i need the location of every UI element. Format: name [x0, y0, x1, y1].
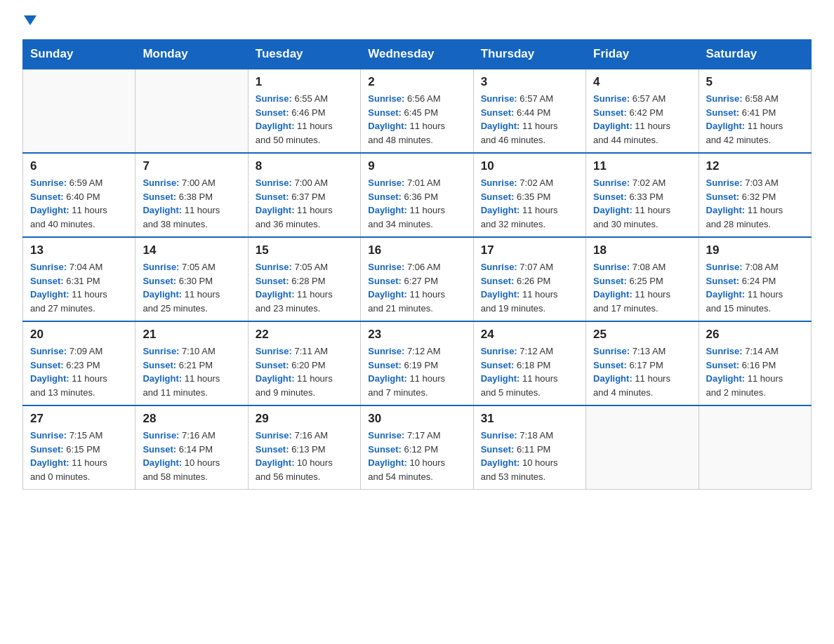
calendar-cell: 7Sunrise: 7:00 AMSunset: 6:38 PMDaylight… — [135, 153, 248, 237]
calendar-cell: 25Sunrise: 7:13 AMSunset: 6:17 PMDayligh… — [586, 321, 699, 405]
calendar-week-1: 1Sunrise: 6:55 AMSunset: 6:46 PMDaylight… — [23, 69, 812, 153]
day-number: 27 — [30, 412, 128, 426]
sunrise-label: Sunrise: — [481, 346, 517, 356]
day-info: Sunrise: 7:04 AMSunset: 6:31 PMDaylight:… — [30, 260, 128, 315]
sunset-label: Sunset: — [368, 192, 402, 202]
calendar-cell: 28Sunrise: 7:16 AMSunset: 6:14 PMDayligh… — [135, 405, 248, 490]
sunrise-label: Sunrise: — [368, 177, 404, 188]
calendar-cell: 14Sunrise: 7:05 AMSunset: 6:30 PMDayligh… — [135, 237, 248, 321]
daylight-label: Daylight: — [706, 373, 746, 384]
daylight-label: Daylight: — [30, 205, 70, 215]
day-info: Sunrise: 6:56 AMSunset: 6:45 PMDaylight:… — [368, 92, 465, 147]
calendar-week-3: 13Sunrise: 7:04 AMSunset: 6:31 PMDayligh… — [23, 237, 812, 321]
sunset-label: Sunset: — [368, 360, 402, 370]
calendar-cell: 11Sunrise: 7:02 AMSunset: 6:33 PMDayligh… — [586, 153, 699, 237]
sunset-label: Sunset: — [256, 444, 289, 455]
daylight-label: Daylight: — [256, 289, 295, 300]
sunset-label: Sunset: — [481, 360, 515, 370]
sunset-label: Sunset: — [593, 360, 627, 370]
sunrise-label: Sunrise: — [368, 346, 404, 356]
day-info: Sunrise: 7:05 AMSunset: 6:28 PMDaylight:… — [256, 260, 353, 315]
daylight-label: Daylight: — [30, 373, 70, 384]
daylight-label: Daylight: — [368, 457, 407, 468]
calendar-cell: 16Sunrise: 7:06 AMSunset: 6:27 PMDayligh… — [361, 237, 473, 321]
day-info: Sunrise: 7:02 AMSunset: 6:35 PMDaylight:… — [481, 176, 578, 231]
calendar-cell — [135, 69, 248, 153]
daylight-label: Daylight: — [256, 373, 295, 384]
sunset-label: Sunset: — [30, 276, 64, 286]
day-number: 17 — [481, 243, 578, 257]
calendar-cell: 21Sunrise: 7:10 AMSunset: 6:21 PMDayligh… — [135, 321, 248, 405]
calendar-cell: 12Sunrise: 7:03 AMSunset: 6:32 PMDayligh… — [699, 153, 811, 237]
sunset-label: Sunset: — [593, 107, 627, 118]
sunset-label: Sunset: — [30, 444, 64, 455]
daylight-label: Daylight: — [143, 457, 182, 468]
calendar-cell: 9Sunrise: 7:01 AMSunset: 6:36 PMDaylight… — [361, 153, 473, 237]
sunrise-label: Sunrise: — [256, 346, 292, 356]
calendar-cell: 29Sunrise: 7:16 AMSunset: 6:13 PMDayligh… — [248, 405, 360, 490]
sunset-label: Sunset: — [30, 360, 64, 370]
daylight-label: Daylight: — [256, 205, 295, 215]
calendar-cell: 1Sunrise: 6:55 AMSunset: 6:46 PMDaylight… — [248, 69, 360, 153]
day-info: Sunrise: 7:14 AMSunset: 6:16 PMDaylight:… — [706, 344, 804, 399]
day-number: 19 — [706, 243, 804, 257]
calendar-cell: 22Sunrise: 7:11 AMSunset: 6:20 PMDayligh… — [248, 321, 360, 405]
calendar-cell: 24Sunrise: 7:12 AMSunset: 6:18 PMDayligh… — [473, 321, 585, 405]
day-number: 30 — [368, 412, 465, 426]
day-info: Sunrise: 6:55 AMSunset: 6:46 PMDaylight:… — [256, 92, 353, 147]
calendar-week-4: 20Sunrise: 7:09 AMSunset: 6:23 PMDayligh… — [23, 321, 812, 405]
calendar-cell: 8Sunrise: 7:00 AMSunset: 6:37 PMDaylight… — [248, 153, 360, 237]
weekday-header-thursday: Thursday — [473, 40, 585, 69]
daylight-label: Daylight: — [481, 373, 520, 384]
day-number: 13 — [30, 243, 128, 257]
day-info: Sunrise: 7:16 AMSunset: 6:13 PMDaylight:… — [256, 429, 353, 483]
day-info: Sunrise: 7:18 AMSunset: 6:11 PMDaylight:… — [481, 429, 578, 483]
day-info: Sunrise: 7:10 AMSunset: 6:21 PMDaylight:… — [143, 344, 240, 399]
weekday-header-saturday: Saturday — [699, 40, 811, 69]
sunrise-label: Sunrise: — [593, 93, 630, 104]
daylight-label: Daylight: — [706, 121, 746, 131]
calendar-week-5: 27Sunrise: 7:15 AMSunset: 6:15 PMDayligh… — [23, 405, 812, 490]
sunrise-label: Sunrise: — [593, 346, 630, 356]
day-info: Sunrise: 7:11 AMSunset: 6:20 PMDaylight:… — [256, 344, 353, 399]
day-info: Sunrise: 6:57 AMSunset: 6:42 PMDaylight:… — [593, 92, 691, 147]
calendar-cell: 27Sunrise: 7:15 AMSunset: 6:15 PMDayligh… — [23, 405, 135, 490]
day-info: Sunrise: 7:02 AMSunset: 6:33 PMDaylight:… — [593, 176, 691, 231]
sunset-label: Sunset: — [706, 192, 740, 202]
daylight-label: Daylight: — [481, 289, 520, 300]
sunset-label: Sunset: — [256, 360, 289, 370]
sunrise-label: Sunrise: — [481, 177, 517, 188]
daylight-label: Daylight: — [481, 121, 520, 131]
daylight-label: Daylight: — [30, 457, 70, 468]
sunset-label: Sunset: — [30, 192, 64, 202]
day-number: 14 — [143, 243, 240, 257]
day-number: 10 — [481, 159, 578, 173]
day-number: 21 — [143, 328, 240, 342]
daylight-label: Daylight: — [706, 289, 746, 300]
sunrise-label: Sunrise: — [143, 346, 179, 356]
daylight-label: Daylight: — [593, 373, 633, 384]
calendar-header-row: SundayMondayTuesdayWednesdayThursdayFrid… — [23, 40, 812, 69]
logo — [22, 17, 37, 28]
sunrise-label: Sunrise: — [481, 430, 517, 441]
sunset-label: Sunset: — [256, 276, 289, 286]
calendar-cell: 15Sunrise: 7:05 AMSunset: 6:28 PMDayligh… — [248, 237, 360, 321]
logo-triangle-icon — [24, 15, 37, 25]
sunset-label: Sunset: — [368, 444, 402, 455]
day-info: Sunrise: 7:16 AMSunset: 6:14 PMDaylight:… — [143, 429, 240, 483]
daylight-label: Daylight: — [143, 205, 182, 215]
day-info: Sunrise: 7:00 AMSunset: 6:38 PMDaylight:… — [143, 176, 240, 231]
sunrise-label: Sunrise: — [593, 262, 630, 272]
daylight-label: Daylight: — [143, 373, 182, 384]
sunset-label: Sunset: — [706, 276, 740, 286]
calendar-cell: 5Sunrise: 6:58 AMSunset: 6:41 PMDaylight… — [699, 69, 811, 153]
daylight-label: Daylight: — [593, 289, 633, 300]
day-info: Sunrise: 7:01 AMSunset: 6:36 PMDaylight:… — [368, 176, 465, 231]
day-number: 18 — [593, 243, 691, 257]
sunrise-label: Sunrise: — [30, 262, 67, 272]
sunset-label: Sunset: — [143, 360, 176, 370]
sunrise-label: Sunrise: — [706, 262, 743, 272]
daylight-label: Daylight: — [481, 457, 520, 468]
calendar-cell: 19Sunrise: 7:08 AMSunset: 6:24 PMDayligh… — [699, 237, 811, 321]
weekday-header-friday: Friday — [586, 40, 699, 69]
